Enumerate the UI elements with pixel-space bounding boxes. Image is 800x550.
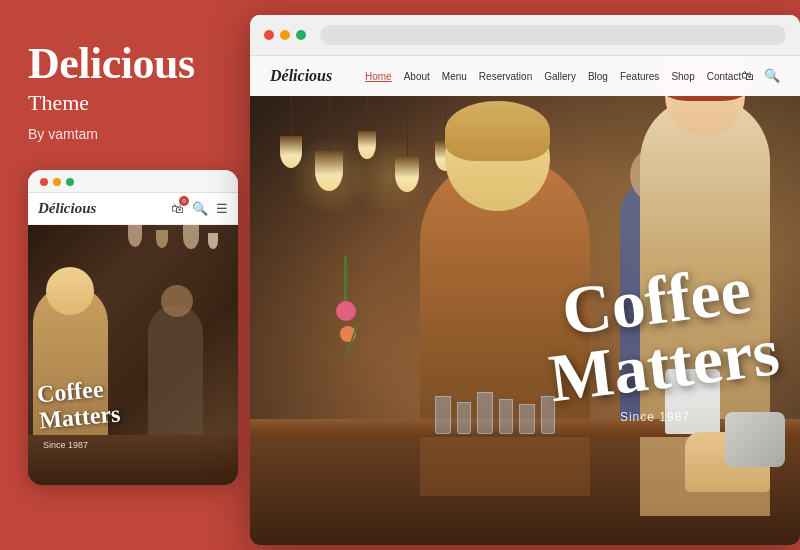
mobile-close-dot [40,178,48,186]
ceiling-lamp-3 [358,96,376,159]
mobile-nav-icons: 🛍 0 🔍 ☰ [171,201,228,217]
desktop-address-bar[interactable] [320,25,786,45]
counter-glasses [435,392,555,434]
hands-pouring [680,402,790,492]
ceiling-lamp-4 [395,96,419,192]
mobile-minimize-dot [53,178,61,186]
left-panel: Delicious Theme By vamtam Délicious 🛍 0 … [0,0,248,550]
hero-since-text: Since 1987 [620,410,690,424]
mobile-logo: Délicious [38,200,96,217]
theme-author: By vamtam [28,126,220,142]
ceiling-lamp-2 [315,96,343,191]
nav-link-blog[interactable]: Blog [588,71,608,82]
nav-link-about[interactable]: About [404,71,430,82]
mobile-maximize-dot [66,178,74,186]
mobile-nav: Délicious 🛍 0 🔍 ☰ [28,193,238,225]
mobile-since-text: Since 1987 [43,440,88,450]
nav-link-gallery[interactable]: Gallery [544,71,576,82]
desktop-maximize-dot[interactable] [296,30,306,40]
nav-link-shop[interactable]: Shop [671,71,694,82]
desktop-mockup: Délicious Home About Menu Reservation Ga… [250,15,800,545]
mobile-titlebar [28,170,238,193]
nav-link-contact[interactable]: Contact [707,71,741,82]
main-person-hair [445,101,550,161]
mobile-hero-text: Coffee Matters [36,374,122,434]
hero-text-overlay: Coffee Matters [538,254,782,410]
mobile-hero: Coffee Matters Since 1987 [28,225,238,485]
desktop-minimize-dot[interactable] [280,30,290,40]
mobile-mockup: Délicious 🛍 0 🔍 ☰ [28,170,238,485]
flower-arrangement [335,256,356,342]
theme-subtitle: Theme [28,90,220,116]
desktop-cart-icon[interactable]: 🛍 [741,68,754,84]
ceiling-lamp-1 [280,96,302,168]
mobile-menu-icon[interactable]: ☰ [216,201,228,217]
mobile-cart-badge: 0 [179,196,189,206]
nav-link-reservation[interactable]: Reservation [479,71,532,82]
desktop-nav: Délicious Home About Menu Reservation Ga… [250,56,800,96]
desktop-close-dot[interactable] [264,30,274,40]
desktop-search-icon[interactable]: 🔍 [764,68,780,84]
mobile-search-icon[interactable]: 🔍 [192,201,208,217]
nav-link-home[interactable]: Home [365,71,392,82]
theme-title: Delicious [28,40,220,88]
website-preview: Délicious Home About Menu Reservation Ga… [250,56,800,545]
desktop-nav-logo: Délicious [270,67,345,85]
desktop-titlebar [250,15,800,56]
desktop-nav-actions: 🛍 🔍 [741,68,780,84]
desktop-nav-links: Home About Menu Reservation Gallery Blog… [365,71,741,82]
mobile-cart-icon[interactable]: 🛍 0 [171,201,184,217]
nav-link-features[interactable]: Features [620,71,659,82]
nav-link-menu[interactable]: Menu [442,71,467,82]
